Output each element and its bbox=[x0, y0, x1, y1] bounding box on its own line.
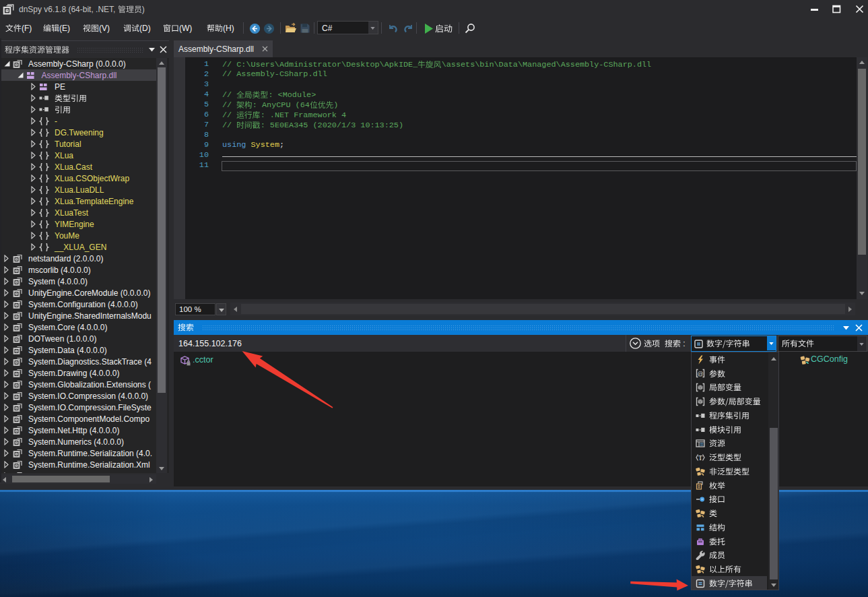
svg-text:@: @ bbox=[697, 371, 703, 377]
svg-text:T: T bbox=[698, 454, 702, 462]
